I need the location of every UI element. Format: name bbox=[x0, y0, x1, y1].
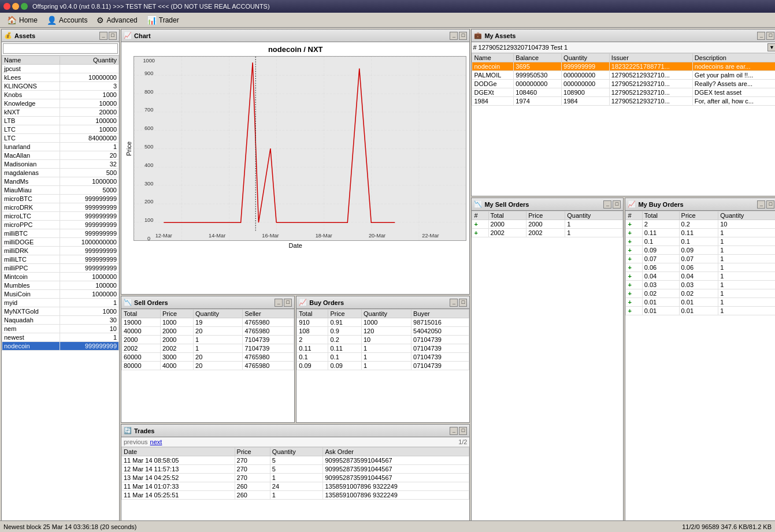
my-sell-col-qty[interactable]: Quantity bbox=[565, 211, 623, 220]
my-asset-row[interactable]: 198419741984127905212932710...For, after… bbox=[472, 97, 775, 106]
sell-order-row[interactable]: 190001000194765980 bbox=[122, 318, 294, 327]
my-sell-min-btn[interactable]: _ bbox=[603, 200, 611, 209]
assets-row[interactable]: microBTC999999999 bbox=[2, 195, 119, 203]
assets-row[interactable]: newest1 bbox=[2, 333, 119, 342]
my-asset-row[interactable]: DODGe000000000000000000127905212932710..… bbox=[472, 80, 775, 88]
assets-row[interactable]: LTB100000 bbox=[2, 117, 119, 125]
my-asset-row[interactable]: DGEXt108460108900127905212932710...DGEX … bbox=[472, 88, 775, 97]
assets-row[interactable]: jpcust bbox=[2, 65, 119, 73]
trade-row[interactable]: 13 Mar 14 04:25:522701909952873599104456… bbox=[122, 474, 469, 482]
my-sell-col-price[interactable]: Price bbox=[526, 211, 565, 220]
assets-row[interactable]: nem10 bbox=[2, 325, 119, 333]
my-asset-row[interactable]: PALMOIL999950530000000000127905212932710… bbox=[472, 71, 775, 80]
my-assets-account-expand[interactable]: ▼ bbox=[767, 43, 775, 51]
menu-home[interactable]: 🏠 Home bbox=[2, 14, 42, 26]
my-buy-row[interactable]: +0.110.111 bbox=[626, 229, 775, 237]
chart-maximize-btn[interactable]: □ bbox=[459, 32, 467, 40]
trades-min-btn[interactable]: _ bbox=[450, 427, 458, 435]
my-buy-row[interactable]: +0.060.061 bbox=[626, 263, 775, 272]
my-buy-row[interactable]: +0.020.021 bbox=[626, 289, 775, 298]
assets-row[interactable]: Mintcoin1000000 bbox=[2, 273, 119, 281]
sell-orders-min-btn[interactable]: _ bbox=[275, 299, 283, 307]
assets-row[interactable]: microLTC999999999 bbox=[2, 212, 119, 221]
trade-row[interactable]: 12 Mar 14 11:57:132705909952873599104456… bbox=[122, 465, 469, 474]
assets-row[interactable]: milliDRK999999999 bbox=[2, 247, 119, 255]
assets-row[interactable]: kNXT20000 bbox=[2, 108, 119, 117]
my-assets-col-qty[interactable]: Quantity bbox=[562, 54, 610, 62]
buy-order-row[interactable]: 0.10.1107104739 bbox=[297, 353, 469, 362]
assets-row[interactable]: MusiCoin1000000 bbox=[2, 290, 119, 299]
my-buy-col-hash[interactable]: # bbox=[626, 211, 642, 220]
assets-row[interactable]: Naquadah30 bbox=[2, 316, 119, 325]
menu-advanced[interactable]: ⚙ Advanced bbox=[92, 14, 142, 26]
assets-row[interactable]: Knobs1000 bbox=[2, 91, 119, 99]
my-buy-row[interactable]: +0.030.031 bbox=[626, 281, 775, 289]
sell-order-row[interactable]: 2002200217104739 bbox=[122, 344, 294, 353]
my-buy-min-btn[interactable]: _ bbox=[757, 200, 765, 209]
my-asset-row[interactable]: nodecoin3695999999999182322251788771...n… bbox=[472, 62, 775, 71]
assets-row[interactable]: Mumbles100000 bbox=[2, 281, 119, 290]
buy-order-row[interactable]: 1080.912054042050 bbox=[297, 327, 469, 336]
buy-col-qty[interactable]: Quantity bbox=[362, 310, 411, 318]
assets-row[interactable]: MyNXTGold1000 bbox=[2, 307, 119, 316]
assets-row[interactable]: MacAllan20 bbox=[2, 151, 119, 160]
assets-col-qty[interactable]: Quantity bbox=[60, 56, 119, 65]
buy-order-row[interactable]: 20.21007104739 bbox=[297, 336, 469, 344]
menu-accounts[interactable]: 👤 Accounts bbox=[42, 14, 92, 26]
trades-col-qty[interactable]: Quantity bbox=[270, 448, 323, 456]
buy-col-buyer[interactable]: Buyer bbox=[411, 310, 469, 318]
buy-order-row[interactable]: 9100.91100098715016 bbox=[297, 318, 469, 327]
assets-maximize-btn[interactable]: □ bbox=[109, 32, 117, 40]
my-buy-row[interactable]: +0.070.071 bbox=[626, 255, 775, 263]
buy-orders-max-btn[interactable]: □ bbox=[459, 299, 467, 307]
assets-row[interactable]: MandMs1000000 bbox=[2, 177, 119, 186]
assets-row[interactable]: milliDOGE1000000000 bbox=[2, 238, 119, 247]
close-button[interactable] bbox=[3, 3, 10, 10]
my-assets-max-btn[interactable]: □ bbox=[766, 32, 774, 40]
my-sell-col-total[interactable]: Total bbox=[488, 211, 526, 220]
my-buy-max-btn[interactable]: □ bbox=[766, 200, 774, 209]
trades-col-price[interactable]: Price bbox=[235, 448, 270, 456]
trades-col-date[interactable]: Date bbox=[122, 448, 235, 456]
assets-row[interactable]: nodecoin999999999 bbox=[2, 342, 119, 351]
assets-search-input[interactable] bbox=[3, 43, 118, 54]
buy-order-row[interactable]: 0.110.11107104739 bbox=[297, 344, 469, 353]
trade-row[interactable]: 11 Mar 14 08:58:052705909952873599104456… bbox=[122, 456, 469, 465]
my-buy-col-qty[interactable]: Quantity bbox=[718, 211, 775, 220]
my-assets-min-btn[interactable]: _ bbox=[757, 32, 765, 40]
buy-col-price[interactable]: Price bbox=[328, 310, 362, 318]
sell-order-row[interactable]: 400002000204765980 bbox=[122, 327, 294, 336]
sell-orders-max-btn[interactable]: □ bbox=[284, 299, 292, 307]
assets-row[interactable]: LTC84000000 bbox=[2, 134, 119, 143]
trade-row[interactable]: 11 Mar 14 05:25:5126011358591007896 9322… bbox=[122, 491, 469, 500]
my-sell-col-hash[interactable]: # bbox=[472, 211, 488, 220]
assets-row[interactable]: Madisonian32 bbox=[2, 160, 119, 169]
my-sell-row[interactable]: +200020001 bbox=[472, 220, 623, 229]
my-buy-col-price[interactable]: Price bbox=[679, 211, 718, 220]
assets-minimize-btn[interactable]: _ bbox=[99, 32, 107, 40]
assets-row[interactable]: kLees10000000 bbox=[2, 73, 119, 82]
my-assets-col-name[interactable]: Name bbox=[472, 54, 514, 62]
minimize-button[interactable] bbox=[12, 3, 19, 10]
buy-orders-min-btn[interactable]: _ bbox=[450, 299, 458, 307]
my-assets-col-issuer[interactable]: Issuer bbox=[609, 54, 692, 62]
chart-minimize-btn[interactable]: _ bbox=[450, 32, 458, 40]
my-sell-max-btn[interactable]: □ bbox=[613, 200, 621, 209]
trades-next-link[interactable]: next bbox=[150, 438, 162, 445]
assets-col-name[interactable]: Name bbox=[2, 56, 60, 65]
sell-col-qty[interactable]: Quantity bbox=[194, 310, 243, 318]
assets-row[interactable]: microDRK999999999 bbox=[2, 203, 119, 212]
my-buy-row[interactable]: +0.10.11 bbox=[626, 237, 775, 246]
my-assets-col-desc[interactable]: Description bbox=[692, 54, 775, 62]
my-buy-row[interactable]: +0.040.041 bbox=[626, 272, 775, 281]
assets-row[interactable]: LTC10000 bbox=[2, 125, 119, 134]
sell-order-row[interactable]: 800004000204765980 bbox=[122, 362, 294, 370]
trades-prev-link[interactable]: previous bbox=[124, 438, 148, 445]
sell-col-total[interactable]: Total bbox=[122, 310, 161, 318]
menu-trader[interactable]: 📊 Trader bbox=[142, 14, 184, 26]
my-buy-col-total[interactable]: Total bbox=[642, 211, 679, 220]
buy-order-row[interactable]: 0.090.09107104739 bbox=[297, 362, 469, 370]
assets-row[interactable]: milliLTC999999999 bbox=[2, 255, 119, 264]
my-sell-row[interactable]: +200220021 bbox=[472, 229, 623, 237]
assets-row[interactable]: milliBTC999999999 bbox=[2, 229, 119, 238]
